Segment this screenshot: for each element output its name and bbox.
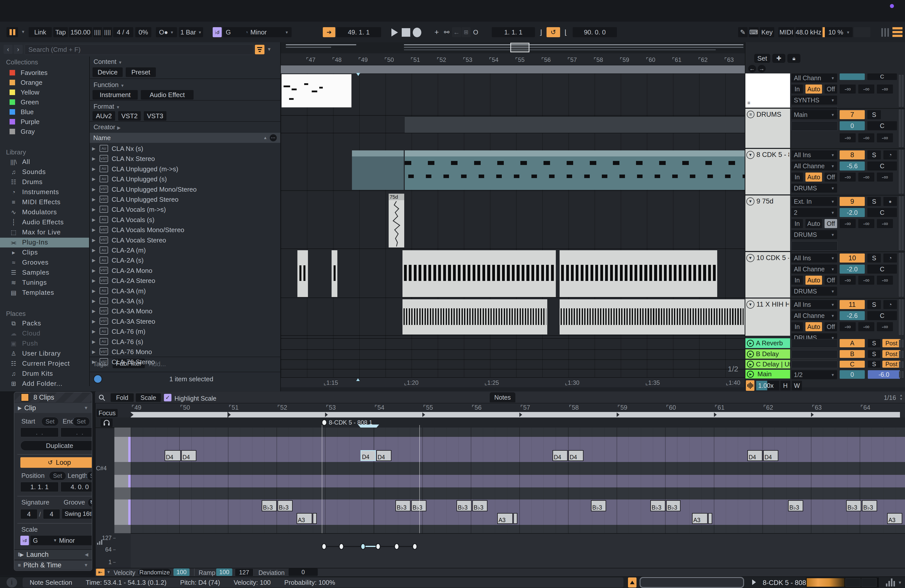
follow-button[interactable]: ➔ <box>323 27 335 37</box>
list-item-plugin[interactable]: CLA Vocals (s) <box>112 216 155 224</box>
deviation-field[interactable]: 0 <box>289 568 318 576</box>
piano-row-a3[interactable] <box>131 512 905 525</box>
input-select[interactable]: Ext. In▼ <box>791 197 837 206</box>
track-number[interactable]: 7 <box>840 110 865 119</box>
piano-row-c4[interactable] <box>131 475 905 488</box>
send-c-field[interactable]: -∞ <box>877 276 893 285</box>
expand-arrow-icon[interactable]: ▶ <box>92 248 95 253</box>
midi-note[interactable]: D4 <box>568 450 583 461</box>
output-select[interactable]: DRUMS▼ <box>791 230 837 239</box>
length-value-field[interactable]: 4. 0. 0 <box>60 482 92 492</box>
monitor-off-button[interactable]: Off <box>824 276 837 285</box>
sidebar-item-clips[interactable]: Clips <box>22 248 38 256</box>
return-solo-button[interactable]: S <box>868 350 880 358</box>
input-channel-select[interactable]: All Channe▼ <box>791 311 837 320</box>
device-chain-preview[interactable] <box>806 577 879 588</box>
send-b-field[interactable]: -∞ <box>858 173 874 181</box>
collection-swatch-favorites[interactable] <box>10 70 15 75</box>
list-item-plugin[interactable]: CLA Vocals Stereo <box>112 237 166 244</box>
tempo-field[interactable]: 150.00 <box>69 27 92 37</box>
audition-waveform-button[interactable] <box>746 380 754 391</box>
arm-button[interactable]: ◔ <box>883 300 897 309</box>
sidebar-item-push[interactable]: Push <box>22 340 38 347</box>
editor-loop-bar[interactable] <box>131 412 227 418</box>
key-mode-menu[interactable]: Minor▼ <box>248 27 292 37</box>
scale-mini-toggle[interactable]: ♭♯ <box>21 536 29 545</box>
send-c-field[interactable]: -∞ <box>877 84 893 94</box>
track-number[interactable]: 8 <box>840 150 865 159</box>
return-post-toggle[interactable]: Post <box>882 361 900 368</box>
list-item-plugin[interactable]: CLA-3A Mono <box>112 307 152 315</box>
midi-note[interactable] <box>513 513 518 524</box>
sidebar-item-templates[interactable]: Templates <box>22 289 54 297</box>
input-select[interactable]: All Ins▼ <box>791 150 837 159</box>
start-set-button[interactable]: Set <box>41 417 59 426</box>
expand-arrow-icon[interactable]: ▶ <box>92 207 95 212</box>
send-a-field[interactable]: -∞ <box>840 276 856 285</box>
clip-kick-small[interactable] <box>297 250 308 297</box>
tap-tempo-button[interactable]: Tap <box>53 27 68 37</box>
re-enable-automation-button[interactable]: ← <box>452 27 461 37</box>
send-a-field[interactable]: -∞ <box>840 173 856 181</box>
output-select[interactable]: SYNTHS▼ <box>791 95 837 105</box>
midi-note[interactable]: A3 <box>297 513 312 524</box>
expand-arrow-icon[interactable]: ▶ <box>92 298 95 304</box>
expand-arrow-icon[interactable]: ▶ <box>92 156 95 162</box>
sidebar-item-packs[interactable]: Packs <box>22 319 41 327</box>
automation-arm-button[interactable]: ⚯ <box>442 27 451 37</box>
track-name-area[interactable]: ▼11 X HIH HAT (2 <box>745 299 790 336</box>
width-zoom-button[interactable]: W <box>792 381 802 390</box>
list-item-plugin[interactable]: CLA-3A (s) <box>112 297 143 305</box>
expand-arrow-icon[interactable]: ▶ <box>92 257 95 263</box>
send-b-field[interactable]: -∞ <box>858 322 874 331</box>
filter-toggle-button[interactable] <box>255 45 264 54</box>
sidebar-item-grooves[interactable]: Grooves <box>22 259 49 266</box>
sidebar-collection-gray[interactable]: Gray <box>21 128 35 135</box>
clip-kick-wide[interactable] <box>560 250 717 297</box>
return-track-name[interactable]: ▶C Delay | Utility <box>745 360 790 369</box>
monitor-in-button[interactable]: In <box>791 219 803 228</box>
midi-map-button[interactable]: MIDI <box>778 27 794 37</box>
solo-button[interactable]: S <box>867 254 881 262</box>
pan-field[interactable]: 0 <box>840 121 865 130</box>
list-item-plugin[interactable]: CLA Nx Stereo <box>112 155 155 163</box>
expand-arrow-icon[interactable]: ▶ <box>92 187 95 192</box>
sidebar-item-add-folder-[interactable]: Add Folder... <box>22 380 62 388</box>
send-c-field[interactable]: -∞ <box>877 219 893 228</box>
filter-format-label[interactable]: Format ▼ <box>94 103 120 110</box>
function-chip-audio-effect[interactable]: Audio Effect <box>141 90 194 100</box>
filter-function-label[interactable]: Function ▼ <box>94 81 124 89</box>
pan-center-button[interactable]: C <box>867 208 897 217</box>
content-chip-device[interactable]: Device <box>92 67 123 77</box>
send-b-field[interactable]: -∞ <box>858 219 874 228</box>
sidebar-collection-green[interactable]: Green <box>21 99 39 106</box>
time-signature-field[interactable]: 4 / 4 <box>113 27 133 37</box>
list-item-plugin[interactable]: CLA-2A (m) <box>112 246 146 254</box>
sidebar-item-modulators[interactable]: Modulators <box>22 208 57 216</box>
midi-overdub-button[interactable]: + <box>432 27 441 37</box>
send-c-field[interactable]: -∞ <box>877 173 893 181</box>
unfold-track-icon[interactable]: ▼ <box>746 151 754 159</box>
sidebar-item-all[interactable]: All <box>22 158 30 166</box>
list-item-plugin[interactable]: CLA Unplugged (m->s) <box>112 165 178 173</box>
sidebar-collection-purple[interactable]: Purple <box>21 118 40 126</box>
list-item-plugin[interactable]: CLA-3A Stereo <box>112 318 155 326</box>
midi-note[interactable]: B♭3 <box>846 500 861 511</box>
expand-arrow-icon[interactable]: ▶ <box>92 217 95 222</box>
punch-in-button[interactable]: ⌋ <box>536 27 546 37</box>
playback-speed-field[interactable]: 1.00x <box>756 381 779 390</box>
midi-note[interactable]: B♭3 <box>666 500 681 511</box>
groove-refresh-icon[interactable]: ↻ <box>88 498 92 507</box>
lane-caret-icon[interactable]: ▼ <box>106 570 111 574</box>
pitch-time-section-header[interactable]: ≡Pitch & Time ▼ <box>14 560 92 570</box>
history-back-button[interactable]: ← <box>748 65 756 72</box>
key-cell-d4[interactable] <box>114 450 131 462</box>
midi-note[interactable]: B♭3 <box>278 500 293 511</box>
editor-loop-bar-2[interactable] <box>228 412 900 418</box>
cpu-meter[interactable]: 10 %▼ <box>822 27 853 37</box>
midi-note[interactable]: A3 <box>692 513 708 524</box>
piano-row-b3[interactable] <box>131 488 905 500</box>
list-item-plugin[interactable]: CLA Nx (s) <box>112 145 143 153</box>
clip-808-muted[interactable] <box>352 150 404 190</box>
sidebar-item-midi-effects[interactable]: MIDI Effects <box>22 198 60 206</box>
